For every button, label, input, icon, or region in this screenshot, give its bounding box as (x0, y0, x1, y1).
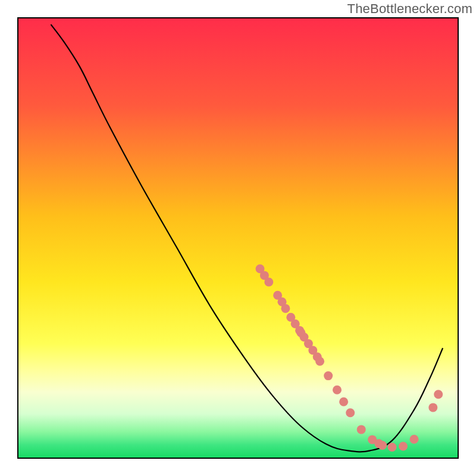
data-marker (339, 397, 348, 406)
data-marker (388, 443, 397, 452)
data-marker (346, 408, 355, 417)
plot-background (18, 18, 458, 458)
data-marker (333, 386, 342, 394)
data-marker (281, 304, 290, 313)
data-marker (315, 357, 324, 366)
data-marker (357, 425, 366, 434)
data-marker (428, 403, 437, 412)
data-marker (399, 442, 408, 451)
data-marker (434, 390, 443, 399)
data-marker (378, 441, 387, 450)
bottleneck-chart (0, 0, 476, 476)
watermark-text: TheBottlenecker.com (347, 1, 472, 17)
data-marker (410, 435, 419, 444)
data-marker (264, 278, 273, 287)
data-marker (324, 371, 333, 380)
